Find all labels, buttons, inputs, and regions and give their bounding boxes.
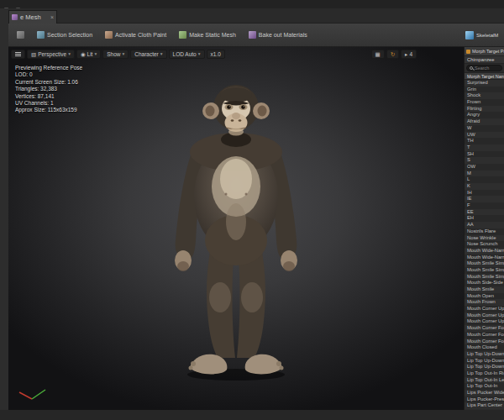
perspective-button[interactable]: ▧ Perspective ▾ xyxy=(27,50,75,59)
character-menu-button[interactable]: Character ▾ xyxy=(130,50,166,59)
morph-target-row[interactable]: Mouth Corner Forward-Back Right xyxy=(465,325,504,332)
asset-switcher-label: SkeletalM xyxy=(476,33,498,38)
preview-mesh-button[interactable] xyxy=(13,28,28,42)
morph-target-row[interactable]: Lips Part Center xyxy=(465,402,504,409)
viewport-menu-button[interactable] xyxy=(11,50,25,59)
playback-speed-button[interactable]: x1.0 xyxy=(207,50,225,59)
morph-target-row[interactable]: Lip Top Out-In Left xyxy=(465,377,504,384)
grid-icon-button[interactable]: ▦ xyxy=(371,50,385,59)
lod-button[interactable]: LOD Auto ▾ xyxy=(169,50,205,59)
morph-target-row[interactable]: Mouth Open xyxy=(465,293,504,300)
morph-target-row[interactable]: TH xyxy=(465,138,504,144)
viewport-stat-line: Triangles: 32,383 xyxy=(15,86,82,92)
viewport-3d[interactable]: ▧ Perspective ▾ ◉ Lit ▾ Show ▾ Character… xyxy=(8,47,464,410)
viewport-stat-line: LOD: 0 xyxy=(15,71,82,78)
character-label: Character xyxy=(134,50,159,59)
morph-target-row[interactable]: Surprised xyxy=(465,80,504,87)
morph-target-row[interactable]: T xyxy=(465,144,504,151)
skeletal-mesh-asset-icon xyxy=(465,31,474,39)
morph-target-row[interactable]: IH xyxy=(465,190,504,197)
make-static-mesh-button[interactable]: Make Static Mesh xyxy=(176,28,239,42)
morph-target-row[interactable]: Mouth Corner Up-Down Left xyxy=(465,312,504,319)
chevron-down-icon: ▾ xyxy=(122,50,124,59)
turntable-icon-button[interactable]: ↻ xyxy=(386,50,399,59)
static-mesh-icon xyxy=(179,31,186,39)
morph-target-row[interactable]: Grin xyxy=(465,87,504,93)
axis-gizmo xyxy=(17,380,50,403)
activate-cloth-paint-button[interactable]: Activate Cloth Paint xyxy=(102,28,170,42)
morph-target-row[interactable]: Shock xyxy=(465,92,504,99)
morph-target-row[interactable]: IE xyxy=(465,196,504,202)
morph-target-row[interactable]: L xyxy=(465,176,504,183)
morph-target-row[interactable]: SH xyxy=(465,151,504,158)
window-bottom-strip xyxy=(0,410,504,420)
viewport-stat-line: Vertices: 87,141 xyxy=(15,93,82,100)
morph-target-row[interactable]: W xyxy=(465,125,504,132)
morph-target-row[interactable]: Frown xyxy=(465,99,504,106)
morph-target-row[interactable]: EE xyxy=(465,209,504,216)
morph-target-list: SurprisedGrinShockFrownFlirtingAngryAfra… xyxy=(465,80,504,410)
perspective-label: Perspective xyxy=(38,50,66,59)
morph-target-row[interactable]: OW xyxy=(465,164,504,171)
morph-target-row[interactable]: Mouth Smile Simple Left xyxy=(465,267,504,274)
morph-target-row[interactable]: S xyxy=(465,157,504,164)
chevron-down-icon: ▾ xyxy=(94,50,97,59)
editor-tab-bar: e Mesh × xyxy=(8,8,504,24)
morph-target-row[interactable]: Afraid xyxy=(465,118,504,125)
camera-speed-icon: ▸ xyxy=(405,50,407,59)
morph-target-row[interactable]: UW xyxy=(465,132,504,139)
tab-label: e Mesh xyxy=(20,13,41,21)
asset-switcher-button[interactable]: SkeletalM xyxy=(464,28,504,43)
morph-target-row[interactable]: Mouth Smile Simple Right xyxy=(465,260,504,267)
tab-close-icon[interactable]: × xyxy=(50,14,54,20)
morph-target-row[interactable]: Nose Wrinkle xyxy=(465,235,504,242)
window-left-strip xyxy=(0,8,8,410)
main-toolbar: Section Selection Activate Cloth Paint M… xyxy=(8,24,504,47)
search-input[interactable]: Search xyxy=(466,65,502,71)
cloth-paint-icon xyxy=(105,31,113,39)
lit-icon: ◉ xyxy=(81,50,86,59)
morph-target-row[interactable]: Lip Top Up-Down Right xyxy=(465,351,504,358)
morph-target-row[interactable]: Mouth Smile xyxy=(465,286,504,293)
button-label: Bake out Materials xyxy=(259,32,307,38)
lit-mode-button[interactable]: ◉ Lit ▾ xyxy=(76,50,101,59)
morph-target-row[interactable]: M xyxy=(465,171,504,177)
morph-target-row[interactable]: Angry xyxy=(465,112,504,118)
morph-target-row[interactable]: Nostrils Flare xyxy=(465,228,504,235)
morph-target-row[interactable]: Lips Pucker Wide xyxy=(465,390,504,396)
bake-out-materials-button[interactable]: Bake out Materials xyxy=(245,28,311,42)
morph-target-row[interactable]: EH xyxy=(465,215,504,222)
morph-target-row[interactable]: Lip Top Out-In xyxy=(465,383,504,390)
morph-target-row[interactable]: AA xyxy=(465,222,504,228)
chevron-down-icon: ▾ xyxy=(160,50,163,59)
morph-target-row[interactable]: Nose Scrunch xyxy=(465,241,504,248)
morph-target-row[interactable]: Mouth Corner Up-Down xyxy=(465,318,504,325)
asset-editor-tab[interactable]: e Mesh × xyxy=(8,10,57,24)
morph-target-row[interactable]: Lips Pucker-Pressed xyxy=(465,396,504,403)
morph-target-row[interactable]: K xyxy=(465,183,504,190)
morph-target-row[interactable]: Mouth Wide-Narrow xyxy=(465,255,504,261)
chimpanzee-model[interactable] xyxy=(139,72,333,385)
button-label: Section Selection xyxy=(47,32,92,38)
morph-target-row[interactable]: Mouth Corner Forward-Back Left xyxy=(465,332,504,339)
morph-target-row[interactable]: Mouth Smile Simple xyxy=(465,274,504,281)
show-menu-button[interactable]: Show ▾ xyxy=(102,50,129,59)
morph-target-row[interactable]: F xyxy=(465,202,504,209)
camera-speed-value: 4 xyxy=(409,50,412,59)
search-icon xyxy=(470,66,473,70)
section-selection-button[interactable]: Section Selection xyxy=(34,28,96,42)
morph-target-row[interactable]: Mouth Corner Up-Down Right xyxy=(465,306,504,312)
speed-label: x1.0 xyxy=(211,50,221,59)
morph-target-row[interactable]: Lip Top Up-Down Left xyxy=(465,358,504,365)
morph-target-row[interactable]: Lip Top Out-In Right xyxy=(465,370,504,377)
morph-target-row[interactable]: Mouth Corner Forward-Back xyxy=(465,339,504,345)
column-header-morph-target-name[interactable]: Morph Target Name xyxy=(465,72,504,80)
morph-target-row[interactable]: Mouth Frown xyxy=(465,299,504,306)
camera-speed-button[interactable]: ▸ 4 xyxy=(401,50,417,59)
morph-target-row[interactable]: Flirting xyxy=(465,106,504,113)
morph-target-preview-tab[interactable]: Morph Target Preview xyxy=(465,47,504,56)
morph-target-row[interactable]: Mouth Closed xyxy=(465,344,504,351)
morph-target-row[interactable]: Mouth Side-Side xyxy=(465,280,504,286)
morph-target-row[interactable]: Lip Top Up-Down xyxy=(465,364,504,370)
morph-target-row[interactable]: Mouth Wide-Narrow Left xyxy=(465,248,504,255)
